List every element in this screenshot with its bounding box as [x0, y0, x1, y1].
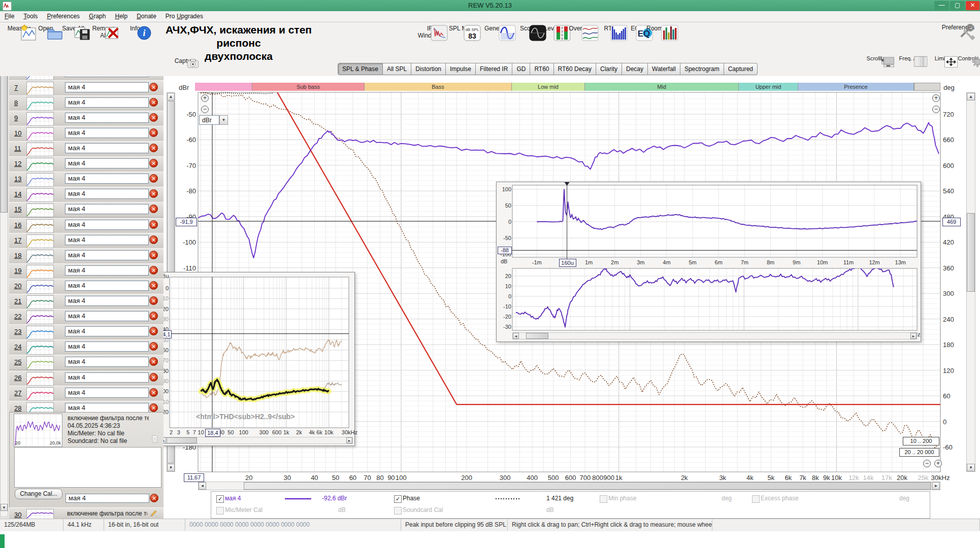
remove-measurement-button[interactable]: ✕	[149, 235, 158, 244]
menu-item-preferences[interactable]: Preferences	[42, 11, 84, 21]
measurement-row[interactable]: 15мая 4✕	[9, 202, 164, 218]
thd-scroll-right[interactable]: ►	[346, 437, 352, 443]
measurement-row[interactable]: 26мая 4✕	[9, 370, 164, 386]
menu-item-file[interactable]: File	[0, 11, 19, 21]
toolbar-button-room-sim[interactable]: Room Sim	[646, 24, 675, 51]
measurement-row[interactable]: 8мая 4✕	[9, 95, 164, 111]
maximize-button[interactable]: ▢	[950, 1, 965, 10]
menu-item-donate[interactable]: Donate	[132, 11, 161, 21]
remove-measurement-button[interactable]: ✕	[149, 189, 158, 198]
remove-measurement-button[interactable]: ✕	[149, 144, 158, 152]
tab-distortion[interactable]: Distortion	[411, 63, 446, 75]
menu-item-tools[interactable]: Tools	[19, 11, 42, 21]
chart-right-scroll-up[interactable]: ▲	[967, 93, 975, 100]
tab-all-spl[interactable]: All SPL	[383, 63, 411, 75]
menu-item-pro-upgrades[interactable]: Pro Upgrades	[161, 11, 208, 21]
remove-measurement-button[interactable]: ✕	[149, 128, 158, 137]
tab-spl-phase[interactable]: SPL & Phase	[338, 63, 383, 75]
measurement-name-field[interactable]: мая 4	[65, 220, 149, 230]
measurement-row[interactable]: 20мая 4✕	[9, 279, 164, 294]
measurement-name-field[interactable]: мая 4	[65, 82, 149, 92]
step-scroll-right[interactable]: ►	[910, 333, 917, 339]
measurement-name-field[interactable]: мая 4	[65, 388, 149, 398]
chart-left-scroll-down[interactable]: ▼	[167, 464, 175, 471]
remove-measurement-button[interactable]: ✕	[149, 388, 158, 397]
measurement-row[interactable]: 14мая 4✕	[9, 187, 164, 202]
measurement-name-field[interactable]: мая 4	[65, 296, 149, 306]
axis-unit-select[interactable]: dBr	[199, 115, 219, 125]
measurement-row[interactable]: 17мая 4✕	[9, 233, 164, 249]
measurement-row-expanded[interactable]: 292020,0kвключение фильтра после тем04.0…	[9, 412, 164, 518]
measurement-row[interactable]: 7мая 4✕	[9, 80, 164, 96]
measurement-name-field[interactable]: мая 4	[65, 326, 149, 336]
measurement-row[interactable]: 25мая 4✕	[9, 355, 164, 370]
graph-control-freq-axis[interactable]: Freq. Axis	[897, 55, 926, 76]
thd-scroll-thumb[interactable]	[167, 437, 197, 443]
remove-measurement-button[interactable]: ✕	[149, 98, 158, 107]
freq-range-box[interactable]: 10 .. 200	[903, 437, 939, 446]
remove-measurement-button[interactable]: ✕	[149, 327, 158, 335]
measurement-row[interactable]: 21мая 4✕	[9, 294, 164, 310]
chart-right-scroll-down[interactable]: ▼	[967, 464, 975, 471]
remove-measurement-button[interactable]: ✕	[149, 281, 158, 290]
toolbar-button-open-folder[interactable]: Open	[32, 24, 59, 51]
measurement-name-field[interactable]: мая 4	[65, 341, 149, 352]
measurement-row[interactable]: 27мая 4✕	[9, 386, 164, 401]
mic-cal-checkbox[interactable]	[216, 507, 224, 515]
graph-control-limits[interactable]: Limits	[927, 55, 957, 76]
toolbar-button-generator[interactable]: Generator	[483, 24, 513, 51]
min-phase-checkbox[interactable]	[600, 495, 607, 503]
x-zoom-out-button[interactable]: −	[923, 460, 931, 467]
step-scroll-thumb[interactable]	[526, 333, 548, 339]
x-zoom-in-button[interactable]: +	[934, 460, 942, 467]
graph-control-scrollbars[interactable]: Scrollbars	[864, 55, 894, 76]
measurement-row[interactable]: 22мая 4✕	[9, 309, 164, 325]
measurement-row[interactable]: 12мая 4✕	[9, 156, 164, 172]
tab-impulse[interactable]: Impulse	[446, 63, 476, 75]
remove-measurement-button[interactable]: ✕	[149, 403, 158, 412]
chart-right-scroll-thumb[interactable]	[967, 213, 975, 292]
sidebar-scroll-down-arrow[interactable]: ▼	[1, 504, 8, 511]
measurement-notes-box[interactable]	[14, 447, 161, 488]
toolbar-button-ir-windows[interactable]: IR Windows	[415, 24, 445, 51]
graph-control-controls[interactable]: Controls	[954, 55, 980, 76]
measurement-name-field[interactable]: мая 4	[65, 357, 149, 367]
measurement-name-field[interactable]: мая 4	[65, 250, 149, 260]
axis-unit-dropdown-arrow[interactable]: ▼	[219, 115, 228, 125]
measurement-name-field[interactable]: мая 4	[65, 158, 149, 168]
y-zoom-in-button[interactable]: +	[201, 94, 209, 102]
tab-filtered-ir[interactable]: Filtered IR	[476, 63, 512, 75]
measurement-name-field[interactable]: мая 4	[65, 174, 149, 184]
remove-measurement-button[interactable]: ✕	[149, 174, 158, 183]
y-zoom-out-button-right[interactable]: −	[932, 106, 940, 113]
measurement-row[interactable]: 30включение фильтра после тем	[9, 507, 164, 519]
remove-measurement-button[interactable]: ✕	[149, 296, 158, 305]
measurement-name-field[interactable]: мая 4	[65, 265, 149, 276]
remove-measurement-button[interactable]: ✕	[149, 373, 158, 382]
chart-left-scroll-up[interactable]: ▲	[167, 93, 175, 100]
change-cal-button[interactable]: Change Cal...	[15, 489, 62, 499]
measurement-name-field[interactable]: мая 4	[65, 143, 149, 153]
step-scroll-left[interactable]: ◄	[513, 333, 519, 339]
edit-notes-icon[interactable]	[150, 508, 159, 518]
measurement-row[interactable]: 24мая 4✕	[9, 339, 164, 355]
step-inset-scrollbar[interactable]	[512, 332, 917, 339]
remove-measurement-button[interactable]: ✕	[149, 251, 158, 259]
measurement-name-field[interactable]: мая 4	[65, 403, 149, 413]
chart-bottom-scroll-thumb[interactable]	[244, 482, 931, 490]
tab-gd[interactable]: GD	[512, 63, 530, 75]
tab-rt60-decay[interactable]: RT60 Decay	[554, 63, 596, 75]
measurement-name-field[interactable]: мая 4	[65, 189, 149, 199]
measurement-row[interactable]: 13мая 4✕	[9, 172, 164, 187]
remove-measurement-button[interactable]: ✕	[149, 266, 158, 275]
toolbar-button-save-all[interactable]: Save All	[60, 24, 86, 51]
toolbar-button-preferences[interactable]: Preferences	[940, 23, 976, 50]
measurement-row[interactable]: 18мая 4✕	[9, 248, 164, 264]
toolbar-button-measure[interactable]: Measure	[6, 24, 32, 51]
measurement-name-field[interactable]: мая 4	[65, 235, 149, 245]
remove-measurement-button[interactable]: ✕	[149, 159, 158, 167]
level-range-box[interactable]: 20 .. 20 000	[899, 448, 939, 457]
y-zoom-out-button[interactable]: −	[201, 106, 209, 113]
menu-item-help[interactable]: Help	[110, 11, 132, 21]
sidebar-scroll-thumb[interactable]	[1, 60, 8, 213]
